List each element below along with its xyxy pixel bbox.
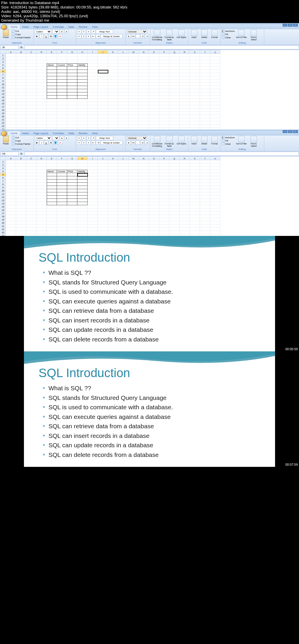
row-15[interactable]: 15 — [0, 99, 6, 102]
inc-decimal-button[interactable]: .0 — [140, 34, 145, 38]
row-22[interactable]: 22 — [0, 228, 6, 231]
tab-view[interactable]: View — [90, 131, 100, 135]
row-20[interactable]: 20 — [0, 221, 6, 225]
cut-button[interactable]: Cut — [12, 136, 31, 139]
row-7[interactable]: 7 — [0, 73, 6, 76]
cell-grid[interactable]: NameCoursePriceValidity — [6, 54, 220, 134]
col-G[interactable]: G — [67, 50, 77, 54]
row-8[interactable]: 8 — [0, 183, 6, 186]
col-K[interactable]: K — [108, 50, 118, 54]
tab-data[interactable]: Data — [66, 25, 77, 29]
row-2[interactable]: 2 — [0, 57, 6, 60]
minimize-button[interactable]: – — [283, 130, 287, 133]
col-N[interactable]: N — [139, 50, 149, 54]
row-14[interactable]: 14 — [0, 202, 6, 205]
col-Q[interactable]: Q — [169, 50, 180, 54]
format-cells-button[interactable]: Format — [210, 30, 219, 41]
col-I[interactable]: I — [88, 50, 98, 54]
cut-button[interactable]: Cut — [12, 30, 31, 32]
row-13[interactable]: 13 — [0, 199, 6, 202]
formula-bar[interactable] — [24, 152, 299, 156]
col-B[interactable]: B — [16, 50, 26, 54]
font-color-button[interactable]: A — [58, 34, 62, 38]
row-6[interactable]: 6 — [0, 70, 6, 73]
orientation-button[interactable]: ↗ — [91, 30, 95, 34]
tab-pagelayout[interactable]: Page Layout — [31, 25, 51, 29]
tab-pagelayout[interactable]: Page Layout — [31, 131, 51, 135]
active-cell[interactable] — [77, 173, 88, 177]
font-name-select[interactable]: Calibri — [35, 30, 52, 34]
tab-view[interactable]: View — [90, 25, 100, 29]
tab-review[interactable]: Review — [77, 25, 90, 29]
format-painter-button[interactable]: Format Painter — [12, 142, 31, 145]
copy-button[interactable]: Copy — [12, 139, 31, 142]
row-5[interactable]: 5 — [0, 173, 6, 176]
merge-center-button[interactable]: Merge & Center — [100, 34, 123, 38]
row-8[interactable]: 8 — [0, 76, 6, 80]
row-4[interactable]: 4 — [0, 63, 6, 67]
tab-home[interactable]: Home — [8, 25, 20, 29]
row-18[interactable]: 18 — [0, 215, 6, 218]
wrap-text-button[interactable]: Wrap Text — [96, 30, 113, 34]
maximize-button[interactable]: □ — [288, 130, 293, 133]
align-mid-button[interactable]: ≡ — [82, 30, 86, 34]
font-size-select[interactable]: 11 — [52, 30, 59, 34]
col-A[interactable]: A — [6, 50, 16, 54]
row-4[interactable]: 4 — [0, 170, 6, 173]
delete-cells-button[interactable]: Delete — [200, 30, 209, 41]
name-box[interactable] — [1, 45, 19, 49]
row-22[interactable]: 22 — [0, 121, 6, 125]
fill-button[interactable]: Fill — [222, 33, 235, 36]
tab-home[interactable]: Home — [8, 131, 20, 135]
row-16[interactable]: 16 — [0, 102, 6, 105]
align-center-button[interactable]: ≡ — [82, 34, 86, 38]
col-D[interactable]: D — [36, 50, 47, 54]
name-box[interactable] — [1, 152, 19, 156]
row-11[interactable]: 11 — [0, 86, 6, 89]
tab-data[interactable]: Data — [66, 131, 77, 135]
row-1[interactable]: 1 — [0, 160, 6, 163]
col-F[interactable]: F — [57, 50, 67, 54]
close-button[interactable]: × — [293, 24, 298, 27]
align-right-button[interactable]: ≡ — [86, 34, 91, 38]
insert-cells-button[interactable]: Insert — [190, 30, 199, 41]
font-name-select[interactable]: Calibri — [35, 136, 52, 140]
col-P[interactable]: P — [159, 50, 169, 54]
col-E[interactable]: E — [47, 50, 57, 54]
align-top-button[interactable]: ≡ — [77, 30, 81, 34]
row-16[interactable]: 16 — [0, 208, 6, 212]
row-17[interactable]: 17 — [0, 105, 6, 108]
grow-font-button[interactable]: A — [60, 30, 64, 34]
col-H[interactable]: H — [77, 50, 88, 54]
col-J[interactable]: J — [98, 50, 108, 54]
row-17[interactable]: 17 — [0, 212, 6, 215]
close-button[interactable]: × — [293, 130, 298, 133]
format-painter-button[interactable]: Format Painter — [12, 36, 31, 39]
row-23[interactable]: 23 — [0, 231, 6, 234]
row-15[interactable]: 15 — [0, 205, 6, 208]
formula-bar[interactable] — [24, 45, 299, 49]
select-all-corner[interactable] — [0, 156, 6, 160]
font-size-select[interactable]: 11 — [52, 136, 59, 140]
col-T[interactable]: T — [200, 50, 210, 54]
row-12[interactable]: 12 — [0, 196, 6, 199]
row-11[interactable]: 11 — [0, 192, 6, 196]
row-9[interactable]: 9 — [0, 80, 6, 83]
conditional-formatting-button[interactable]: Conditional Formatting — [152, 30, 163, 41]
row-10[interactable]: 10 — [0, 189, 6, 192]
col-R[interactable]: R — [180, 50, 190, 54]
row-9[interactable]: 9 — [0, 186, 6, 189]
percent-button[interactable]: % — [131, 34, 135, 38]
tab-formulas[interactable]: Formulas — [51, 131, 66, 135]
row-1[interactable]: 1 — [0, 54, 6, 57]
row-19[interactable]: 19 — [0, 218, 6, 221]
active-cell[interactable] — [98, 70, 108, 73]
row-2[interactable]: 2 — [0, 163, 6, 167]
italic-button[interactable]: I — [39, 34, 44, 38]
paste-button[interactable]: Paste — [1, 136, 11, 148]
row-23[interactable]: 23 — [0, 125, 6, 128]
number-format-select[interactable]: General — [127, 30, 147, 34]
row-19[interactable]: 19 — [0, 112, 6, 115]
indent-inc-button[interactable]: ⇥ — [96, 34, 100, 38]
select-all-corner[interactable] — [0, 50, 6, 54]
